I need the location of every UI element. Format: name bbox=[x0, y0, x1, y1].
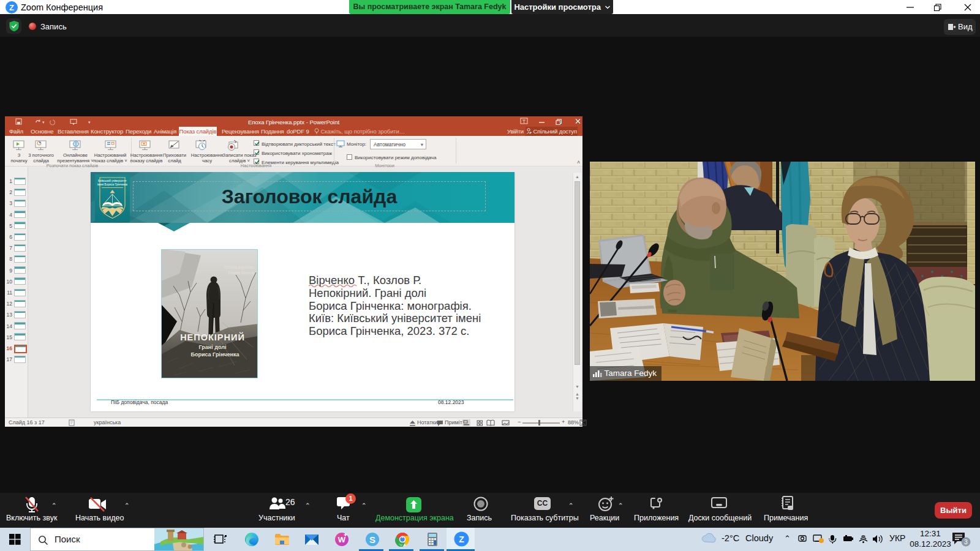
svg-text:імені Бориса Грінченка: імені Бориса Грінченка bbox=[97, 183, 127, 186]
svg-text:Бориса Грінченка: Бориса Грінченка bbox=[191, 351, 240, 358]
svg-text:Київський університет: Київський університет bbox=[98, 179, 127, 182]
svg-text:08.12.2023: 08.12.2023 bbox=[438, 399, 464, 405]
svg-text:ПІБ доповідача, посада: ПІБ доповідача, посада bbox=[111, 399, 168, 405]
svg-text:Z: Z bbox=[459, 534, 464, 544]
svg-text:Z: Z bbox=[9, 3, 14, 12]
svg-text:НЕПОКІРНИЙ: НЕПОКІРНИЙ bbox=[180, 332, 245, 342]
svg-text:Роман Козлов: Роман Козлов bbox=[228, 271, 255, 275]
svg-text:W: W bbox=[338, 535, 346, 544]
svg-text:Грані долі: Грані долі bbox=[199, 344, 227, 350]
svg-text:Тетяна Вірченко: Тетяна Вірченко bbox=[224, 265, 254, 270]
svg-text:3: 3 bbox=[964, 538, 968, 545]
svg-text:S: S bbox=[369, 534, 375, 545]
